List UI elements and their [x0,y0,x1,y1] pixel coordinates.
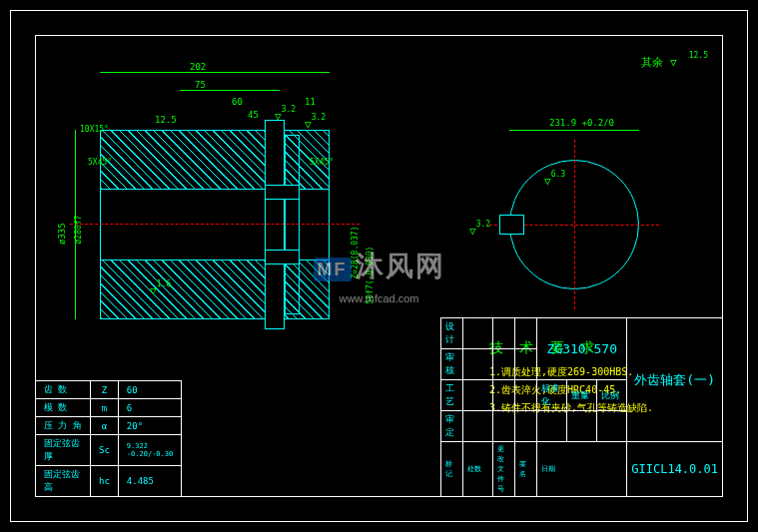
watermark-url: www.mfcad.com [339,292,418,304]
section-view [100,130,330,319]
dim-11: 11 [305,97,316,107]
dim-45: 45 [248,110,259,120]
surface-finish-circle-2: 3.2 [469,225,490,238]
dim-phi335: ø335 [57,223,67,245]
circle-centerline-v [574,140,575,309]
gear-teeth-outline [265,120,285,329]
keyway [499,215,524,235]
drawing-number: GIICL14.0.01 [627,442,723,497]
centerline-horizontal [70,224,360,225]
groove-bottom [265,250,300,265]
general-roughness-note: 其余 12.5 [641,55,708,70]
gear-parameter-table: 齿 数Z60 模 数m6 压 力 角α20° 固定弦齿厚Sc9.322 -0.2… [35,380,182,497]
part-name: 外齿轴套(一) [627,318,723,442]
dimline-75 [180,90,280,91]
gear-teeth-inner [285,135,300,314]
chamfer-10x15: 10X15° [80,125,109,134]
table-row: 模 数m6 [36,399,182,417]
chamfer-5x45-right: 5X45° [310,158,334,167]
title-block: 设计 ZG310-570 外齿轴套(一) 审核 工艺 标准化重量比例 审定 标记… [440,317,723,497]
dim-75: 75 [195,80,206,90]
surface-finish-bottom: 1.6 [150,284,171,297]
dim-231: 231.9 +0.2/0 [549,118,614,128]
table-row: 固定弦齿厚Sc9.322 -0.20/-0.30 [36,435,182,466]
dim-60: 60 [232,97,243,107]
table-row: 固定弦齿高hc4.485 [36,466,182,497]
table-row: 压 力 角α20° [36,417,182,435]
surface-finish-2: 3.2 [305,118,326,131]
dim-12-5: 12.5 [155,115,177,125]
dim-202: 202 [190,62,206,72]
dim-z28: Z=28(8.037) [351,227,360,279]
groove-top [265,185,300,200]
dimline-231 [509,130,639,131]
material: ZG310-570 [537,318,627,380]
chamfer-5x45-left: 5X45° [88,158,112,167]
dim-phi280: ø280f7 [74,216,83,245]
dimline-202 [100,72,330,73]
end-view [489,140,659,309]
surface-finish-1: 3.2 [275,110,296,123]
surface-finish-circle-1: 6.3 [544,175,565,188]
table-row: 齿 数Z60 [36,381,182,399]
